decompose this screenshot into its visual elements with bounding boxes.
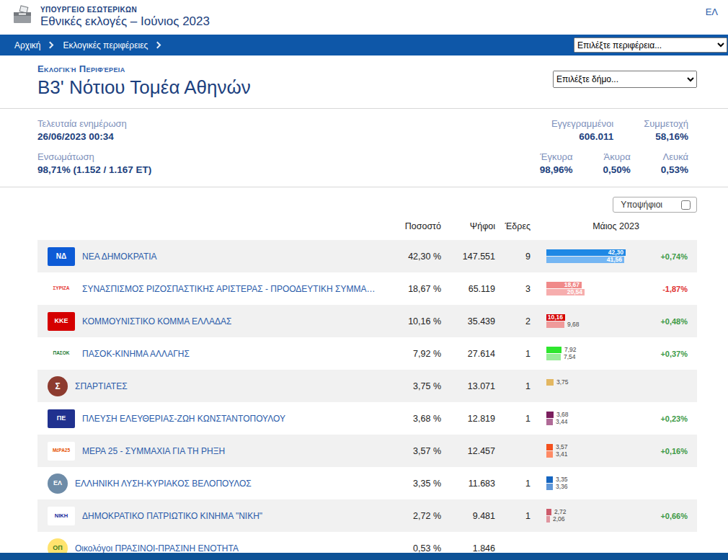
party-bar-chart: 3,68 3,44: [535, 411, 629, 426]
party-change: +0,48%: [629, 317, 697, 326]
party-percent: 42,30 %: [376, 252, 441, 262]
table-header-row: Ποσοστό Ψήφοι Έδρες Μάιος 2023: [37, 221, 697, 240]
party-name-link[interactable]: Οικολόγοι ΠΡΑΣΙΝΟΙ-ΠΡΑΣΙΝΗ ΕΝΟΤΗΤΑ: [75, 543, 239, 554]
breadcrumb-item[interactable]: Αρχική: [6, 40, 48, 50]
party-name-link[interactable]: ΕΛΛΗΝΙΚΗ ΛΥΣΗ-ΚΥΡΙΑΚΟΣ ΒΕΛΟΠΟΥΛΟΣ: [75, 479, 252, 489]
party-change: +0,74%: [629, 252, 697, 261]
party-seats: 1: [495, 414, 535, 424]
party-votes: 12.457: [441, 446, 495, 456]
party-percent: 3,35 %: [376, 479, 441, 489]
table-row: ΕΛ ΕΛΛΗΝΙΚΗ ΛΥΣΗ-ΚΥΡΙΑΚΟΣ ΒΕΛΟΠΟΥΛΟΣ 3,3…: [37, 467, 697, 499]
blank-value: 0,53%: [661, 164, 688, 175]
party-percent: 18,67 %: [376, 284, 441, 294]
party-name-link[interactable]: ΜΕΡΑ 25 - ΣΥΜΜΑΧΙΑ ΓΙΑ ΤΗ ΡΗΞΗ: [82, 446, 225, 456]
candidates-button[interactable]: Υποψήφιοι: [613, 197, 697, 213]
header-seats: Έδρες: [495, 221, 535, 231]
breadcrumb-item[interactable]: Εκλογικές περιφέρειες: [54, 40, 155, 50]
header-party: [37, 221, 376, 231]
bar-june-2023: 3,57: [546, 444, 629, 450]
breadcrumb: ΑρχικήΕκλογικές περιφέρειες: [6, 40, 161, 50]
language-switch[interactable]: ΕΛ: [706, 6, 718, 17]
party-bar-chart: 3,35 3,36: [535, 476, 629, 491]
party-percent: 3,68 %: [376, 414, 441, 424]
party-cell: ΚΚΕ ΚΟΜΜΟΥΝΙΣΤΙΚΟ ΚΟΜΜΑ ΕΛΛΑΔΑΣ: [37, 312, 376, 331]
party-percent: 0,53 %: [376, 543, 441, 554]
party-percent: 10,16 %: [376, 316, 441, 326]
invalid-label: Άκυρα: [603, 151, 630, 162]
table-row: ΣΥΡΙΖΑ ΣΥΝΑΣΠΙΣΜΟΣ ΡΙΖΟΣΠΑΣΤΙΚΗΣ ΑΡΙΣΤΕΡ…: [37, 272, 697, 305]
last-update-value: 26/06/2023 00:34: [37, 131, 151, 142]
party-seats: 1: [495, 511, 535, 521]
party-votes: 65.119: [441, 284, 495, 294]
region-select[interactable]: Επιλέξτε περιφέρεια...: [574, 37, 727, 53]
party-logo: ΣΥΡΙΖΑ: [48, 280, 75, 298]
party-votes: 35.439: [441, 316, 495, 326]
party-bar-chart: 3,57 3,41: [535, 443, 629, 458]
party-change: +0,23%: [629, 414, 697, 423]
party-name-link[interactable]: ΚΟΜΜΟΥΝΙΣΤΙΚΟ ΚΟΜΜΑ ΕΛΛΑΔΑΣ: [82, 316, 231, 326]
stats-panel: Τελευταία ενημέρωση 26/06/2023 00:34 Ενσ…: [0, 109, 728, 187]
party-logo: Σ: [48, 376, 68, 396]
bar-june-2023: 3,35: [546, 476, 629, 483]
results-table: Ποσοστό Ψήφοι Έδρες Μάιος 2023 ΝΔ ΝΕΑ ΔΗ…: [37, 221, 697, 560]
party-bar-chart: 7,92 7,54: [535, 346, 629, 361]
party-logo: ΝΔ: [48, 247, 75, 266]
bar-june-2023: 10,16: [546, 314, 629, 321]
party-seats: 1: [495, 479, 535, 489]
party-cell: ΣΥΡΙΖΑ ΣΥΝΑΣΠΙΣΜΟΣ ΡΙΖΟΣΠΑΣΤΙΚΗΣ ΑΡΙΣΤΕΡ…: [37, 280, 376, 298]
header-votes: Ψήφοι: [441, 221, 495, 231]
party-cell: Σ ΣΠΑΡΤΙΑΤΕΣ: [37, 376, 376, 396]
table-row: ΚΚΕ ΚΟΜΜΟΥΝΙΣΤΙΚΟ ΚΟΜΜΑ ΕΛΛΑΔΑΣ 10,16 % …: [37, 305, 697, 337]
candidates-checkbox[interactable]: [681, 200, 691, 210]
breadcrumb-separator-icon: [47, 42, 54, 49]
party-name-link[interactable]: ΠΛΕΥΣΗ ΕΛΕΥΘΕΡΙΑΣ-ΖΩΗ ΚΩΝΣΤΑΝΤΟΠΟΥΛΟΥ: [82, 414, 285, 424]
party-percent: 2,72 %: [376, 511, 441, 521]
breadcrumb-separator-icon: [154, 42, 161, 49]
party-logo: ΠΑΣΟΚ: [48, 345, 75, 363]
party-votes: 147.551: [441, 252, 495, 262]
bar-june-2023: 42,30: [546, 249, 629, 256]
party-name-link[interactable]: ΣΥΝΑΣΠΙΣΜΟΣ ΡΙΖΟΣΠΑΣΤΙΚΗΣ ΑΡΙΣΤΕΡΑΣ - ΠΡ…: [82, 284, 376, 294]
party-name-link[interactable]: ΔΗΜΟΚΡΑΤΙΚΟ ΠΑΤΡΙΩΤΙΚΟ ΚΙΝΗΜΑ "ΝΙΚΗ": [82, 511, 262, 521]
page-footer: [0, 553, 728, 560]
bar-may-2023: 3,41: [546, 451, 629, 458]
party-cell: ΠΕ ΠΛΕΥΣΗ ΕΛΕΥΘΕΡΙΑΣ-ΖΩΗ ΚΩΝΣΤΑΝΤΟΠΟΥΛΟΥ: [37, 409, 376, 428]
table-row: ΠΕ ΠΛΕΥΣΗ ΕΛΕΥΘΕΡΙΑΣ-ΖΩΗ ΚΩΝΣΤΑΝΤΟΠΟΥΛΟΥ…: [37, 402, 697, 435]
party-votes: 9.481: [441, 511, 495, 521]
integration-label: Ενσωμάτωση: [37, 151, 151, 162]
invalid-value: 0,50%: [603, 164, 630, 175]
ballot-box-icon: [12, 5, 33, 30]
bar-may-2023: 41,56: [546, 257, 629, 263]
app-header: ΥΠΟΥΡΓΕΙΟ ΕΣΩΤΕΡΙΚΩΝ Εθνικές εκλογές – Ι…: [0, 0, 728, 35]
party-cell: ΝΔ ΝΕΑ ΔΗΜΟΚΡΑΤΙΑ: [37, 247, 376, 266]
valid-label: Έγκυρα: [540, 151, 573, 162]
party-bar-chart: 42,30 41,56: [535, 249, 629, 264]
party-name-link[interactable]: ΝΕΑ ΔΗΜΟΚΡΑΤΙΑ: [82, 252, 157, 262]
party-seats: 9: [495, 252, 535, 262]
party-votes: 13.071: [441, 381, 495, 391]
bar-may-2023: 9,68: [546, 321, 629, 328]
party-change: +0,37%: [629, 350, 697, 358]
party-cell: ΝΙΚΗ ΔΗΜΟΚΡΑΤΙΚΟ ΠΑΤΡΙΩΤΙΚΟ ΚΙΝΗΜΑ "ΝΙΚΗ…: [37, 507, 376, 525]
party-votes: 12.819: [441, 414, 495, 424]
party-percent: 3,75 %: [376, 381, 441, 391]
party-name-link[interactable]: ΠΑΣΟΚ-ΚΙΝΗΜΑ ΑΛΛΑΓΗΣ: [82, 349, 190, 359]
header-previous-election: Μάιος 2023: [535, 221, 697, 231]
municipality-select[interactable]: Επιλέξτε δήμο...: [553, 71, 697, 88]
party-seats: 3: [495, 284, 535, 294]
party-name-link[interactable]: ΣΠΑΡΤΙΑΤΕΣ: [75, 381, 128, 391]
bar-may-2023: 20,54: [546, 289, 629, 295]
party-logo: ΕΛ: [48, 474, 68, 494]
breadcrumb-bar: ΑρχικήΕκλογικές περιφέρειες Επιλέξτε περ…: [0, 35, 728, 55]
bar-june-2023: 2,72: [546, 509, 629, 515]
bar-may-2023: 7,54: [546, 354, 629, 360]
integration-value: 98,71% (1.152 / 1.167 ΕΤ): [37, 164, 151, 175]
party-change: +0,16%: [629, 447, 697, 455]
turnout-value: 58,16%: [644, 131, 688, 142]
bar-june-2023: 18,67: [546, 282, 629, 288]
party-bar-chart: 10,16 9,68: [535, 314, 629, 329]
party-seats: 1: [495, 381, 535, 391]
party-cell: ΕΛ ΕΛΛΗΝΙΚΗ ΛΥΣΗ-ΚΥΡΙΑΚΟΣ ΒΕΛΟΠΟΥΛΟΣ: [37, 474, 376, 494]
ministry-name: ΥΠΟΥΡΓΕΙΟ ΕΣΩΤΕΡΙΚΩΝ: [40, 6, 210, 14]
district-label: Εκλογική Περιφέρεια: [37, 63, 251, 74]
